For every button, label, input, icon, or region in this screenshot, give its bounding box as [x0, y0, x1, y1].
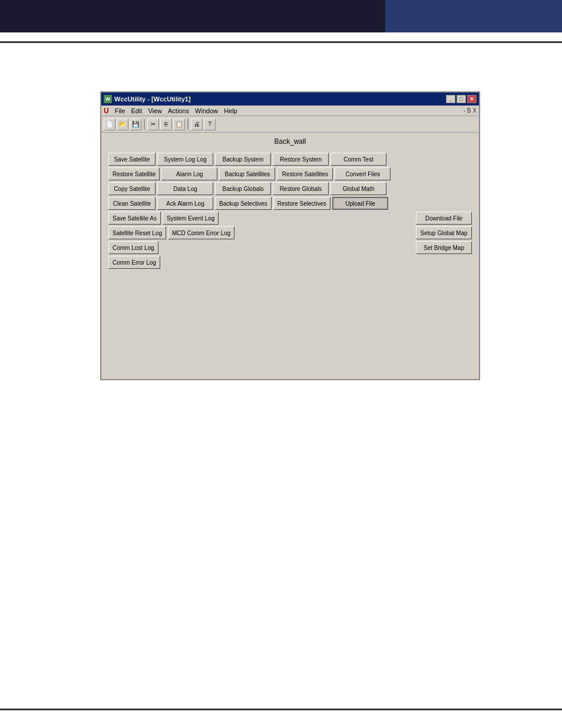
- btn-clean-satellite[interactable]: Clean Satellite: [108, 197, 156, 210]
- menu-actions[interactable]: Actions: [166, 107, 191, 115]
- toolbar-sep1: [144, 119, 145, 130]
- main-window: W WccUtility - [WccUtility1] _ □ ✕ U Fil…: [100, 91, 480, 380]
- menu-window[interactable]: Window: [193, 107, 220, 115]
- hr-bottom: [0, 709, 562, 710]
- menu-view[interactable]: View: [146, 107, 164, 115]
- toolbar-copy[interactable]: ⎘: [160, 118, 172, 130]
- menu-bar: U File Edit View Actions Window Help - B…: [101, 106, 479, 116]
- btn-download-file[interactable]: Download File: [416, 212, 472, 225]
- btn-satellite-reset-log[interactable]: Satellite Reset Log: [108, 226, 166, 239]
- window-titlebar: W WccUtility - [WccUtility1] _ □ ✕: [101, 93, 479, 106]
- btn-restore-system[interactable]: Restore System: [273, 153, 329, 166]
- menu-help[interactable]: Help: [222, 107, 240, 115]
- app-icon: W: [104, 95, 112, 103]
- top-bar: [0, 0, 562, 32]
- toolbar-save[interactable]: 💾: [130, 118, 141, 130]
- btn-restore-globals[interactable]: Restore Globals: [273, 182, 329, 195]
- window-title: WccUtility - [WccUtility1]: [114, 95, 191, 103]
- button-row-6: Satellite Reset Log MCD Comm Error Log S…: [108, 226, 472, 239]
- titlebar-left: W WccUtility - [WccUtility1]: [104, 95, 191, 103]
- hr-top: [0, 41, 562, 43]
- btn-restore-selectives[interactable]: Restore Selectives: [273, 197, 330, 210]
- btn-backup-satellites[interactable]: Backup Satellites: [219, 167, 275, 180]
- btn-set-bridge-map[interactable]: Set Bridge Map: [416, 241, 472, 254]
- toolbar-paste[interactable]: 📋: [173, 118, 185, 130]
- top-bar-accent: [385, 0, 562, 32]
- menu-file[interactable]: File: [113, 107, 128, 115]
- btn-mcd-comm-error-log[interactable]: MCD Comm Error Log: [168, 226, 234, 239]
- button-row-7: Comm Lost Log Set Bridge Map: [108, 241, 472, 254]
- btn-upload-file[interactable]: Upload File: [332, 197, 388, 210]
- menu-bar-right: - B X: [464, 107, 477, 114]
- button-row-3: Copy Satellite Data Log Backup Globals R…: [108, 182, 472, 195]
- btn-global-math[interactable]: Global Math: [330, 182, 386, 195]
- btn-backup-selectives[interactable]: Backup Selectives: [215, 197, 272, 210]
- button-row-2: Restore Satellite Alarm Log Backup Satel…: [108, 167, 472, 180]
- content-area: Back_wall Save Satellite System Log Log …: [101, 133, 479, 276]
- btn-comm-lost-log[interactable]: Comm Lost Log: [108, 241, 158, 254]
- btn-alarm-log[interactable]: Alarm Log: [161, 167, 217, 180]
- titlebar-controls[interactable]: _ □ ✕: [446, 95, 477, 103]
- btn-convert-files[interactable]: Convert Files: [335, 167, 391, 180]
- button-row-8: Comm Error Log: [108, 256, 472, 269]
- button-grid: Save Satellite System Log Log Backup Sys…: [106, 150, 474, 271]
- toolbar-sep2: [187, 119, 189, 130]
- button-row-1: Save Satellite System Log Log Backup Sys…: [108, 153, 472, 166]
- menu-edit[interactable]: Edit: [128, 107, 144, 115]
- toolbar-print[interactable]: 🖨: [191, 118, 203, 130]
- app-logo: U: [104, 107, 109, 115]
- btn-restore-satellite[interactable]: Restore Satellite: [108, 167, 160, 180]
- btn-comm-test[interactable]: Comm Test: [330, 153, 386, 166]
- toolbar-new[interactable]: 📄: [104, 118, 115, 130]
- btn-restore-satellites[interactable]: Restore Satellites: [277, 167, 333, 180]
- maximize-button[interactable]: □: [457, 95, 466, 103]
- minimize-button[interactable]: _: [446, 95, 455, 103]
- btn-data-log[interactable]: Data Log: [157, 182, 213, 195]
- toolbar-help[interactable]: ?: [204, 118, 216, 130]
- btn-backup-globals[interactable]: Backup Globals: [215, 182, 271, 195]
- btn-backup-system[interactable]: Backup System: [215, 153, 271, 166]
- btn-system-event-log[interactable]: System Event Log: [163, 212, 219, 225]
- toolbar: 📄 📂 💾 ✂ ⎘ 📋 🖨 ?: [101, 116, 479, 133]
- btn-save-satellite-as[interactable]: Save Satellite As: [108, 212, 161, 225]
- toolbar-open[interactable]: 📂: [117, 118, 128, 130]
- btn-save-satellite[interactable]: Save Satellite: [108, 153, 156, 166]
- toolbar-cut[interactable]: ✂: [147, 118, 159, 130]
- btn-comm-error-log[interactable]: Comm Error Log: [108, 256, 160, 269]
- content-title: Back_wall: [106, 137, 474, 146]
- btn-system-log-log[interactable]: System Log Log: [157, 153, 213, 166]
- btn-ack-alarm-log[interactable]: Ack Alarm Log: [157, 197, 213, 210]
- btn-setup-global-map[interactable]: Setup Global Map: [416, 226, 472, 239]
- button-row-4: Clean Satellite Ack Alarm Log Backup Sel…: [108, 197, 472, 210]
- btn-copy-satellite[interactable]: Copy Satellite: [108, 182, 156, 195]
- button-row-5: Save Satellite As System Event Log Downl…: [108, 212, 472, 225]
- close-button[interactable]: ✕: [467, 95, 477, 103]
